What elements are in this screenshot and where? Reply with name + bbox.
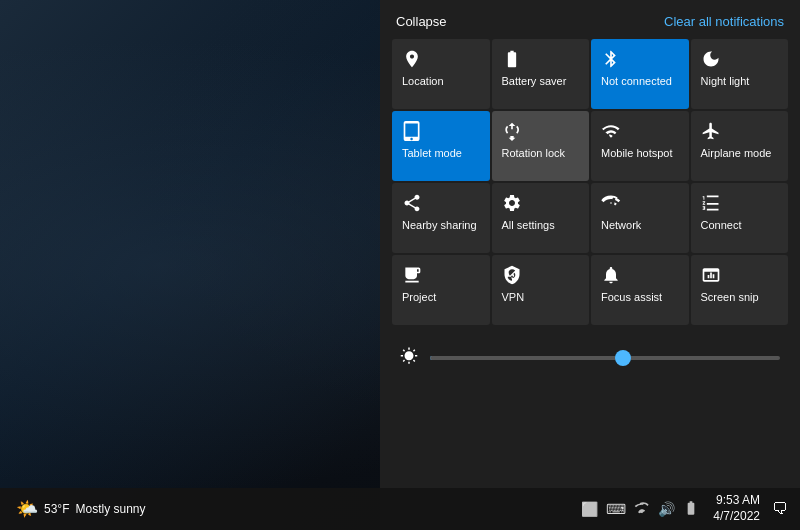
hotspot-icon [601,121,621,141]
project-icon [402,265,422,285]
night-light-icon [701,49,721,69]
tile-rotation-lock[interactable]: Rotation lock [492,111,590,181]
tile-connect[interactable]: Connect [691,183,789,253]
tile-project-label: Project [402,291,436,304]
tile-vpn[interactable]: VPN [492,255,590,325]
tile-focus-assist-label: Focus assist [601,291,662,304]
rotation-icon [502,121,522,141]
collapse-button[interactable]: Collapse [396,14,447,29]
tile-all-settings-label: All settings [502,219,555,232]
tile-screen-snip[interactable]: Screen snip [691,255,789,325]
tile-night-light-label: Night light [701,75,750,88]
network-icon [601,193,621,213]
taskbar-volume-icon[interactable]: 🔊 [658,501,675,517]
quick-actions-grid: Location Battery saver Not connected Nig… [388,39,792,325]
airplane-icon [701,121,721,141]
tile-project[interactable]: Project [392,255,490,325]
snip-icon [701,265,721,285]
brightness-slider[interactable] [430,356,780,360]
focus-icon [601,265,621,285]
weather-icon: 🌤️ [16,498,38,520]
tile-nearby-sharing-label: Nearby sharing [402,219,477,232]
taskbar-battery-icon[interactable] [683,500,699,519]
sun-icon [400,347,418,369]
tile-connect-label: Connect [701,219,742,232]
bluetooth-icon [601,49,621,69]
taskbar-system-icons: ⬜ ⌨ 🔊 [575,500,705,519]
taskbar: 🌤️ 53°F Mostly sunny ⬜ ⌨ 🔊 9:53 AM 4/7/2… [0,488,800,530]
tile-tablet-mode-label: Tablet mode [402,147,462,160]
nearby-icon [402,193,422,213]
location-icon [402,49,422,69]
tile-tablet-mode[interactable]: Tablet mode [392,111,490,181]
tile-not-connected[interactable]: Not connected [591,39,689,109]
tile-all-settings[interactable]: All settings [492,183,590,253]
tile-mobile-hotspot[interactable]: Mobile hotspot [591,111,689,181]
clear-notifications-button[interactable]: Clear all notifications [664,14,784,29]
taskbar-weather[interactable]: 🌤️ 53°F Mostly sunny [8,498,154,520]
slider-thumb[interactable] [615,350,631,366]
clock-date: 4/7/2022 [713,509,760,525]
vpn-icon [502,265,522,285]
taskbar-wifi-icon[interactable] [634,500,650,519]
tile-network[interactable]: Network [591,183,689,253]
taskbar-chat-icon[interactable]: ⬜ [581,501,598,517]
tile-mobile-hotspot-label: Mobile hotspot [601,147,673,160]
tile-screen-snip-label: Screen snip [701,291,759,304]
tile-location-label: Location [402,75,444,88]
brightness-section [380,329,800,387]
tile-not-connected-label: Not connected [601,75,672,88]
action-center-panel: Collapse Clear all notifications Locatio… [380,0,800,530]
tile-network-label: Network [601,219,641,232]
tile-night-light[interactable]: Night light [691,39,789,109]
tile-location[interactable]: Location [392,39,490,109]
action-center-header: Collapse Clear all notifications [380,0,800,39]
tile-airplane-mode[interactable]: Airplane mode [691,111,789,181]
tile-focus-assist[interactable]: Focus assist [591,255,689,325]
taskbar-clock[interactable]: 9:53 AM 4/7/2022 [705,493,768,524]
weather-condition: Mostly sunny [75,502,145,516]
taskbar-keyboard-icon[interactable]: ⌨ [606,501,626,517]
battery-icon [502,49,522,69]
connect-icon [701,193,721,213]
tile-rotation-lock-label: Rotation lock [502,147,566,160]
tile-airplane-mode-label: Airplane mode [701,147,772,160]
tile-battery-label: Battery saver [502,75,567,88]
notification-icon[interactable]: 🗨 [768,500,792,518]
settings-icon [502,193,522,213]
slider-track [430,356,780,360]
tablet-icon [402,121,422,141]
tile-battery-saver[interactable]: Battery saver [492,39,590,109]
tile-nearby-sharing[interactable]: Nearby sharing [392,183,490,253]
tile-vpn-label: VPN [502,291,525,304]
weather-temp: 53°F [44,502,69,516]
clock-time: 9:53 AM [716,493,760,509]
